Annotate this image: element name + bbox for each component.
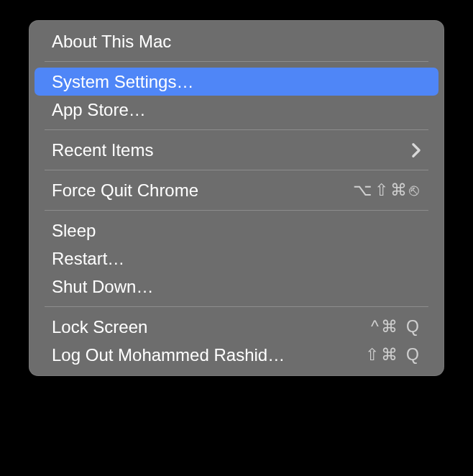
menu-item-label: Shut Down… — [52, 277, 153, 297]
menu-item-sleep[interactable]: Sleep — [35, 216, 438, 244]
menu-item-lock-screen[interactable]: Lock Screen ^⌘ Q — [35, 313, 438, 341]
menu-item-label: Recent Items — [52, 140, 153, 160]
menu-separator — [45, 210, 428, 211]
menu-item-restart[interactable]: Restart… — [35, 244, 438, 273]
menu-item-label: Restart… — [52, 249, 124, 269]
menu-item-about-this-mac[interactable]: About This Mac — [35, 27, 438, 55]
menu-item-app-store[interactable]: App Store… — [35, 96, 438, 124]
menu-separator — [45, 129, 428, 130]
chevron-right-icon — [411, 142, 421, 158]
menu-separator — [45, 61, 428, 62]
menu-item-label: Lock Screen — [52, 317, 147, 337]
menu-item-label: System Settings… — [52, 72, 193, 92]
menu-separator — [45, 170, 428, 170]
menu-item-log-out[interactable]: Log Out Mohammed Rashid… ⇧⌘ Q — [35, 341, 438, 369]
keyboard-shortcut: ⇧⌘ Q — [365, 345, 421, 365]
keyboard-shortcut: ⌥⇧⌘⎋ — [353, 180, 421, 200]
menu-item-recent-items[interactable]: Recent Items — [35, 136, 438, 164]
menu-item-system-settings[interactable]: System Settings… — [35, 68, 438, 96]
apple-menu: About This Mac System Settings… App Stor… — [29, 20, 444, 376]
menu-item-force-quit[interactable]: Force Quit Chrome ⌥⇧⌘⎋ — [35, 176, 438, 204]
menu-item-label: About This Mac — [52, 32, 171, 52]
menu-item-label: Log Out Mohammed Rashid… — [52, 345, 285, 365]
menu-item-shut-down[interactable]: Shut Down… — [35, 273, 438, 301]
menu-separator — [45, 306, 428, 307]
menu-item-label: Sleep — [52, 221, 96, 241]
menu-item-label: Force Quit Chrome — [52, 180, 198, 201]
keyboard-shortcut: ^⌘ Q — [371, 317, 421, 337]
menu-item-label: App Store… — [52, 100, 146, 120]
